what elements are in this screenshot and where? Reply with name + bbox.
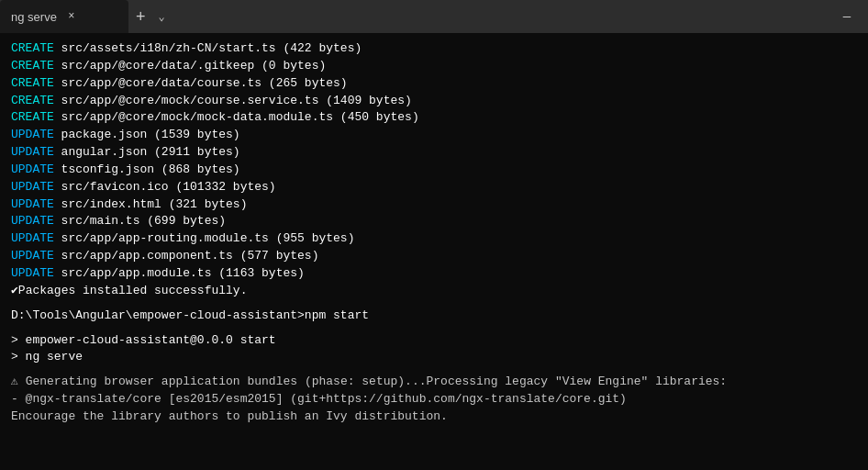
terminal-line: UPDATE package.json (1539 bytes) [11, 127, 857, 144]
terminal-line: UPDATE tsconfig.json (868 bytes) [11, 162, 857, 179]
terminal-line: ⚠ Generating browser application bundles… [11, 374, 857, 391]
tab-close-icon[interactable]: × [64, 9, 79, 24]
terminal-line: UPDATE src/favicon.ico (101332 bytes) [11, 179, 857, 196]
terminal-line: CREATE src/app/@core/mock/mock-data.modu… [11, 109, 857, 127]
terminal-line: CREATE src/assets/i18n/zh-CN/start.ts (4… [11, 40, 857, 58]
terminal-line: UPDATE src/index.html (321 bytes) [11, 196, 857, 214]
terminal-line [11, 300, 857, 308]
terminal-line [11, 325, 857, 332]
tab-label: ng serve [11, 10, 57, 24]
terminal-line: > ng serve [11, 349, 857, 366]
terminal-line: CREATE src/app/@core/mock/course.service… [11, 93, 857, 110]
active-tab[interactable]: ng serve × [0, 0, 128, 33]
terminal-line [11, 366, 857, 374]
terminal-line: UPDATE src/app/app.component.ts (577 byt… [11, 248, 857, 265]
terminal-line: UPDATE angular.json (2911 bytes) [11, 144, 857, 162]
terminal-line: UPDATE src/main.ts (699 bytes) [11, 213, 857, 230]
terminal-line: CREATE src/app/@core/data/course.ts (265… [11, 75, 857, 93]
terminal-line: ✔Packages installed successfully. [11, 283, 857, 300]
terminal-line: > empower-cloud-assistant@0.0.0 start [11, 332, 857, 350]
terminal-line: - @ngx-translate/core [es2015/esm2015] (… [11, 391, 857, 408]
tab-dropdown-button[interactable]: ⌄ [153, 0, 171, 33]
new-tab-button[interactable]: + [128, 0, 153, 33]
terminal-line: UPDATE src/app/app.module.ts (1163 bytes… [11, 265, 857, 283]
terminal-line: CREATE src/app/@core/data/.gitkeep (0 by… [11, 58, 857, 75]
terminal-line: Encourage the library authors to publish… [11, 408, 857, 426]
title-bar: ng serve × + ⌄ — [0, 0, 868, 33]
terminal-line: UPDATE src/app/app-routing.module.ts (95… [11, 230, 857, 248]
terminal-line: D:\Tools\Angular\empower-cloud-assistant… [11, 308, 857, 325]
terminal-body: CREATE src/assets/i18n/zh-CN/start.ts (4… [0, 33, 868, 470]
minimize-button[interactable]: — [826, 0, 868, 33]
